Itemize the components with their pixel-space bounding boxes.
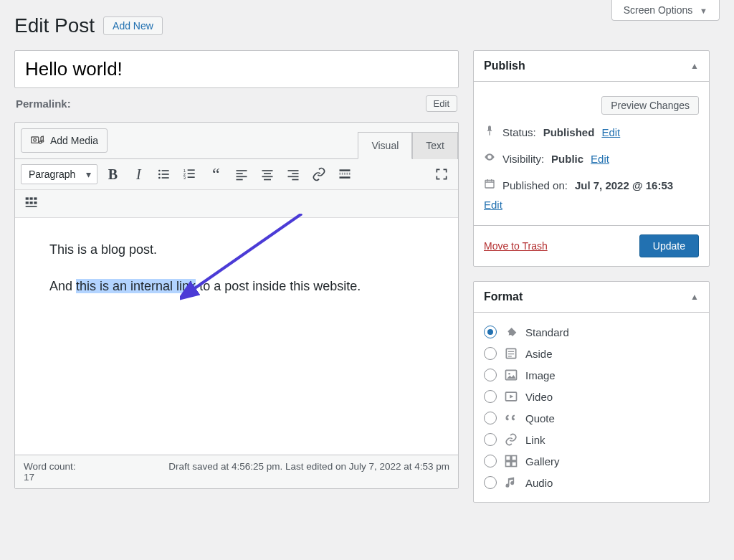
image-format-icon bbox=[504, 368, 518, 382]
add-media-label: Add Media bbox=[50, 135, 98, 146]
svg-rect-50 bbox=[506, 462, 511, 467]
eye-icon bbox=[484, 151, 495, 163]
paragraph-format-select[interactable]: Paragraph bbox=[21, 164, 97, 184]
format-option-label: Video bbox=[525, 391, 553, 403]
format-option-audio[interactable]: Audio bbox=[484, 472, 699, 493]
svg-rect-5 bbox=[162, 170, 169, 171]
format-option-label: Gallery bbox=[525, 455, 560, 468]
svg-rect-37 bbox=[26, 206, 37, 207]
collapse-icon[interactable]: ▲ bbox=[690, 292, 699, 302]
radio-icon bbox=[484, 369, 497, 381]
svg-rect-21 bbox=[264, 173, 271, 174]
svg-rect-29 bbox=[340, 173, 351, 174]
svg-rect-28 bbox=[340, 169, 351, 171]
format-panel: Format ▲ StandardAsideImageVideoQuoteLin… bbox=[473, 281, 710, 503]
pin-icon bbox=[484, 125, 495, 136]
format-option-quote[interactable]: Quote bbox=[484, 407, 699, 429]
svg-rect-33 bbox=[34, 197, 37, 199]
svg-text:3: 3 bbox=[184, 176, 186, 180]
svg-point-39 bbox=[489, 156, 491, 158]
align-left-button[interactable] bbox=[231, 163, 252, 185]
published-on-edit-link[interactable]: Edit bbox=[484, 199, 699, 211]
radio-icon bbox=[484, 455, 497, 468]
bold-button[interactable]: B bbox=[102, 163, 123, 185]
radio-icon bbox=[484, 390, 497, 403]
permalink-label: Permalink: bbox=[16, 98, 71, 110]
svg-rect-30 bbox=[340, 176, 351, 179]
status-edit-link[interactable]: Edit bbox=[601, 126, 620, 138]
screen-options-toggle[interactable]: Screen Options ▼ bbox=[611, 0, 720, 21]
format-option-standard[interactable]: Standard bbox=[484, 321, 699, 343]
format-option-image[interactable]: Image bbox=[484, 364, 699, 386]
svg-rect-9 bbox=[162, 177, 169, 179]
svg-point-2 bbox=[39, 141, 42, 143]
toolbar-toggle-button[interactable] bbox=[21, 191, 42, 213]
format-option-label: Aside bbox=[525, 348, 553, 360]
preview-changes-button[interactable]: Preview Changes bbox=[601, 96, 699, 115]
gallery-format-icon bbox=[504, 454, 518, 468]
format-option-link[interactable]: Link bbox=[484, 429, 699, 450]
update-button[interactable]: Update bbox=[639, 234, 699, 257]
calendar-icon bbox=[484, 178, 495, 189]
format-option-label: Standard bbox=[525, 326, 569, 338]
editor-paragraph: And this is an internal link to a post i… bbox=[49, 276, 424, 297]
blockquote-button[interactable]: “ bbox=[205, 163, 227, 185]
publish-panel-title: Publish bbox=[484, 60, 525, 72]
editor-content[interactable]: This is a blog post. And this is an inte… bbox=[15, 218, 458, 455]
svg-point-46 bbox=[508, 373, 510, 375]
fullscreen-button[interactable] bbox=[431, 163, 452, 185]
italic-button[interactable]: I bbox=[128, 163, 149, 185]
svg-rect-51 bbox=[512, 462, 517, 467]
visibility-edit-link[interactable]: Edit bbox=[591, 153, 609, 165]
tab-visual[interactable]: Visual bbox=[358, 132, 412, 159]
format-option-label: Audio bbox=[525, 477, 553, 489]
word-count: Word count: 17 bbox=[24, 461, 76, 483]
svg-rect-17 bbox=[237, 173, 243, 174]
add-new-button[interactable]: Add New bbox=[103, 16, 163, 35]
insert-link-button[interactable] bbox=[308, 163, 330, 185]
svg-point-3 bbox=[42, 141, 44, 143]
radio-icon bbox=[484, 412, 497, 424]
chevron-down-icon: ▼ bbox=[700, 6, 707, 15]
format-option-label: Link bbox=[525, 434, 545, 446]
permalink-edit-button[interactable]: Edit bbox=[426, 95, 457, 112]
video-format-icon bbox=[504, 389, 518, 404]
bullet-list-button[interactable] bbox=[153, 163, 175, 185]
radio-icon bbox=[484, 433, 497, 446]
collapse-icon[interactable]: ▲ bbox=[690, 61, 699, 71]
aside-format-icon bbox=[504, 346, 518, 361]
svg-rect-26 bbox=[288, 176, 299, 178]
read-more-button[interactable] bbox=[334, 163, 356, 185]
svg-rect-13 bbox=[188, 173, 195, 174]
svg-rect-35 bbox=[30, 201, 33, 204]
format-option-label: Quote bbox=[525, 412, 555, 424]
svg-rect-48 bbox=[506, 456, 511, 461]
svg-rect-49 bbox=[512, 456, 517, 461]
svg-rect-11 bbox=[188, 169, 195, 171]
numbered-list-button[interactable]: 123 bbox=[179, 163, 201, 185]
svg-rect-43 bbox=[508, 353, 514, 354]
svg-rect-18 bbox=[237, 176, 247, 178]
post-title-input[interactable] bbox=[14, 50, 459, 88]
quote-format-icon bbox=[504, 411, 518, 425]
svg-rect-16 bbox=[237, 170, 247, 171]
radio-icon bbox=[484, 347, 497, 360]
svg-point-4 bbox=[158, 170, 161, 172]
tab-text[interactable]: Text bbox=[412, 132, 458, 159]
publish-panel: Publish ▲ Preview Changes Status: Publis… bbox=[473, 50, 710, 267]
radio-icon bbox=[484, 476, 497, 489]
add-media-button[interactable]: Add Media bbox=[21, 128, 108, 153]
svg-rect-23 bbox=[264, 179, 271, 181]
align-center-button[interactable] bbox=[257, 163, 278, 185]
svg-rect-24 bbox=[288, 170, 299, 171]
svg-rect-36 bbox=[34, 201, 37, 204]
format-option-video[interactable]: Video bbox=[484, 386, 699, 407]
format-option-gallery[interactable]: Gallery bbox=[484, 450, 699, 472]
move-to-trash-link[interactable]: Move to Trash bbox=[484, 240, 548, 252]
align-right-button[interactable] bbox=[282, 163, 304, 185]
format-option-aside[interactable]: Aside bbox=[484, 343, 699, 364]
selected-text: this is an internal link bbox=[76, 279, 196, 293]
link-format-icon bbox=[504, 432, 518, 447]
editor-paragraph: This is a blog post. bbox=[49, 239, 424, 260]
svg-rect-27 bbox=[292, 179, 299, 181]
